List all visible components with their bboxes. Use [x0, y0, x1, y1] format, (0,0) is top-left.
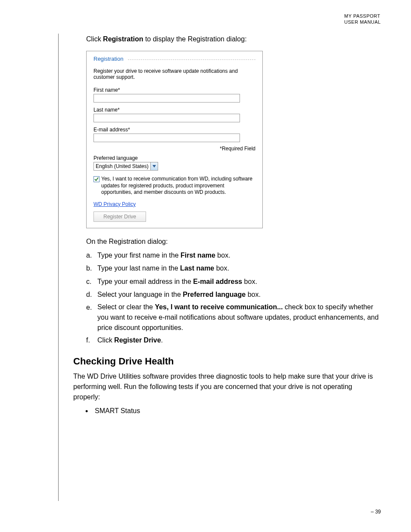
first-name-label: First name* [93, 87, 255, 93]
registration-dialog: Registration Register your drive to rece… [86, 51, 263, 228]
communication-checkbox[interactable] [93, 176, 100, 182]
language-value: English (United States) [96, 163, 150, 169]
header-line-2: USER MANUAL [344, 19, 381, 25]
chevron-down-icon [150, 162, 158, 170]
language-select[interactable]: English (United States) [93, 162, 158, 171]
privacy-policy-link[interactable]: WD Privacy Policy [93, 201, 255, 207]
first-name-input[interactable] [93, 94, 240, 103]
step-d: d. Select your language in the Preferred… [86, 289, 379, 300]
checkmark-icon [94, 177, 99, 181]
page-content: Click Registration to display the Regist… [73, 35, 379, 416]
intro-text: Click Registration to display the Regist… [86, 35, 379, 43]
instruction-list: a. Type your first name in the First nam… [86, 250, 379, 346]
communication-checkbox-row: Yes, I want to receive communication fro… [93, 176, 255, 196]
email-label: E-mail address* [93, 127, 255, 133]
dialog-title: Registration [93, 56, 255, 64]
bullet-smart-status: SMART Status [85, 406, 379, 416]
section-paragraph: The WD Drive Utilities software provides… [73, 371, 379, 402]
after-dialog-text: On the Registration dialog: [86, 238, 379, 246]
email-input[interactable] [93, 134, 240, 142]
diagnostic-list: SMART Status [85, 406, 379, 416]
required-field-note: *Required Field [93, 146, 255, 152]
last-name-input[interactable] [93, 114, 240, 122]
header-line-1: MY PASSPORT [344, 13, 381, 19]
section-heading: Checking Drive Health [73, 356, 379, 367]
step-a: a. Type your first name in the First nam… [86, 250, 379, 261]
register-drive-button[interactable]: Register Drive [93, 212, 146, 222]
page-header: MY PASSPORT USER MANUAL [344, 13, 381, 25]
last-name-label: Last name* [93, 107, 255, 113]
step-e: e. Select or clear the Yes, I want to re… [86, 302, 379, 333]
step-f: f. Click Register Drive. [86, 335, 379, 346]
communication-checkbox-label: Yes, I want to receive communication fro… [101, 176, 255, 196]
page-number: – 39 [371, 509, 381, 515]
step-b: b. Type your last name in the Last name … [86, 263, 379, 274]
dialog-description: Register your drive to receive software … [93, 68, 255, 80]
margin-rule [58, 34, 59, 501]
step-c: c. Type your email address in the E-mail… [86, 276, 379, 287]
language-label: Preferred language [93, 155, 255, 161]
